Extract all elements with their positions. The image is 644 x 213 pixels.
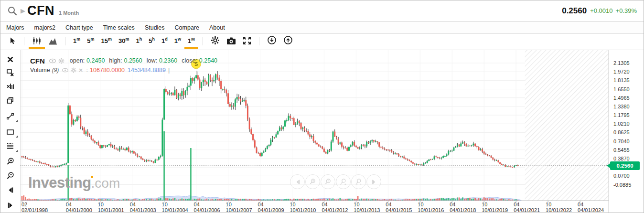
volume-bar (301, 199, 302, 201)
x-tick-minor: 04 (322, 202, 327, 207)
volume-bar (94, 199, 96, 201)
zoom-in-tool-button[interactable] (0, 155, 20, 168)
menu-about[interactable]: About (209, 24, 225, 31)
x-tick-date: 10/01/2004 (162, 207, 188, 213)
area-type-button[interactable] (45, 35, 61, 49)
candle-body (153, 162, 154, 163)
candle-body (155, 160, 156, 163)
interval-15m-button[interactable]: 15m (98, 35, 115, 49)
candle-body (290, 116, 291, 118)
candle-body (240, 99, 241, 102)
screenshot-button[interactable] (223, 35, 239, 49)
eye-icon[interactable] (49, 58, 56, 64)
fullscreen-icon (243, 36, 251, 45)
candle-body (165, 89, 167, 92)
remove-indicators-button[interactable] (0, 80, 20, 92)
close-tool-button[interactable] (0, 53, 20, 65)
interval-1d-button[interactable]: 1d (158, 35, 171, 49)
settings-button[interactable] (207, 35, 223, 49)
zoom-x-shrink-button[interactable] (351, 174, 366, 189)
menu-majors[interactable]: Majors (6, 24, 24, 31)
zoom-in-icon (309, 178, 316, 185)
interval-5m-button[interactable]: 5m (84, 35, 97, 49)
candle-body (123, 149, 124, 149)
candle-body (185, 91, 186, 96)
menu-time-scales[interactable]: Time scales (103, 24, 135, 31)
volume-bar (472, 199, 474, 201)
candle-body (108, 144, 110, 145)
volume-bar (25, 197, 26, 201)
candle-body (460, 143, 462, 146)
study-settings-gear-icon[interactable] (71, 67, 76, 73)
candle-body (126, 148, 128, 150)
candle-body (302, 128, 303, 129)
series-settings-gear-icon[interactable] (58, 58, 64, 64)
menu-compare[interactable]: Compare (175, 24, 199, 31)
volume-bar (503, 199, 504, 201)
menu-chart-type[interactable]: Chart type (65, 24, 93, 31)
candle-body (380, 147, 382, 148)
remove-study-icon[interactable]: ✕ (78, 67, 83, 74)
x-tick-minor: 10 (226, 202, 232, 207)
volume-bar (240, 199, 241, 201)
deselect-tool-button[interactable] (0, 66, 20, 78)
candle-body (121, 148, 122, 149)
interval-1M-button[interactable]: 1M (184, 35, 198, 49)
interval-1m-button[interactable]: 1m (70, 35, 84, 49)
volume-bar (462, 197, 463, 201)
candle-body (101, 145, 103, 148)
interval-30m-button[interactable]: 30m (115, 35, 132, 49)
fullscreen-button[interactable] (239, 35, 255, 49)
candle-body (39, 161, 41, 163)
eye-icon[interactable] (62, 68, 69, 73)
interval-1w-button[interactable]: 1w (171, 35, 184, 49)
volume-bar (193, 199, 195, 201)
x-tick-date: 04/01/2021 (514, 207, 540, 213)
candle-body (472, 144, 474, 146)
upload-icon (283, 35, 293, 45)
candle-body (34, 160, 35, 161)
scroll-right-button[interactable] (366, 174, 381, 189)
x-tick-date: 04/01/2006 (194, 207, 220, 213)
candle-body (163, 89, 165, 119)
candle-body (355, 146, 357, 147)
candle-body (116, 149, 117, 149)
zoom-out-button[interactable] (321, 174, 335, 189)
candle-body (325, 152, 327, 153)
shapes-tool-button[interactable] (0, 126, 20, 138)
chart-main-area: S0202/01/19980404/01/20001010/01/2001040… (0, 50, 644, 213)
download-button[interactable] (264, 35, 280, 49)
zoom-x-expand-button[interactable] (336, 174, 351, 189)
candle-body (137, 155, 138, 157)
pan-right-button[interactable] (0, 199, 20, 212)
volume-bar (146, 199, 147, 201)
interval-5h-button[interactable]: 5h (145, 35, 158, 49)
candle-body (348, 147, 350, 150)
scroll-left-button[interactable] (290, 174, 305, 189)
candlestick-type-button[interactable] (29, 35, 45, 49)
candle-body (491, 156, 492, 158)
zoom-x-expand-icon (340, 178, 347, 185)
volume-bar (199, 199, 201, 201)
trend-line-tool-button[interactable] (0, 110, 20, 122)
menu-studies[interactable]: Studies (145, 24, 165, 31)
zoom-out-tool-button[interactable] (0, 170, 20, 182)
zoom-in-button[interactable] (305, 174, 320, 189)
candle-body (363, 145, 364, 146)
candle-body (245, 100, 247, 106)
volume-bar (466, 199, 467, 201)
candle-body (373, 140, 375, 142)
upload-button[interactable] (280, 35, 296, 49)
pointer-tool-button[interactable] (5, 35, 20, 49)
volume-ma-value: 1453484.8889 (128, 67, 166, 74)
lines-tool-button[interactable] (0, 140, 20, 152)
volume-bar (474, 198, 476, 201)
menu-majors2[interactable]: majors2 (34, 24, 55, 31)
candle-body (30, 160, 32, 160)
pan-left-button[interactable] (0, 184, 20, 196)
search-icon[interactable] (7, 6, 18, 16)
volume-bar (439, 198, 440, 201)
interval-1h-button[interactable]: 1h (132, 35, 145, 49)
clone-tool-button[interactable] (0, 94, 20, 106)
candle-body (71, 114, 73, 124)
